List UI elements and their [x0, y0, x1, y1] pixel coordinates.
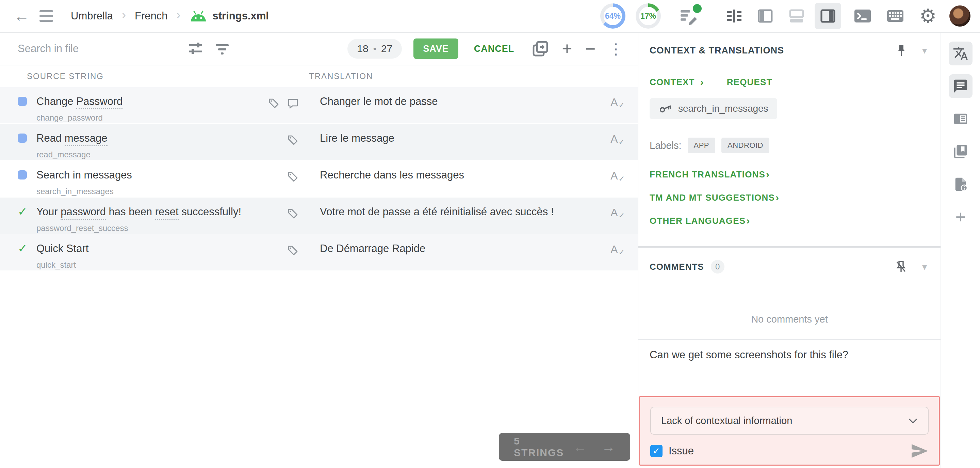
table-row-selected[interactable]: Search in messages search_in_messages Re… — [0, 161, 638, 198]
increase-font-button[interactable]: + — [560, 40, 574, 58]
section-tm-mt-suggestions[interactable]: TM AND MT SUGGESTIONS › — [649, 186, 929, 209]
approved-progress-ring[interactable]: 17% — [636, 3, 661, 29]
right-panel-view-button[interactable] — [815, 3, 841, 29]
spellcheck-icon[interactable]: A✓ — [605, 161, 638, 197]
spellcheck-icon[interactable]: A✓ — [605, 87, 638, 123]
status-translated-icon — [18, 170, 27, 179]
rail-translations-button[interactable] — [949, 42, 972, 65]
shortcuts-button[interactable] — [884, 5, 907, 27]
context-panel-title: CONTEXT & TRANSLATIONS — [649, 45, 784, 56]
more-options-button[interactable]: ⋮ — [606, 40, 625, 58]
decrease-font-button[interactable]: − — [583, 40, 598, 58]
rail-context-button[interactable] — [949, 107, 972, 131]
cancel-button[interactable]: CANCEL — [472, 43, 517, 54]
avatar[interactable] — [950, 5, 970, 27]
send-icon[interactable] — [910, 443, 929, 459]
source-text: successfully! — [179, 206, 241, 218]
source-cell: Your password has been reset successfull… — [0, 198, 257, 234]
chevron-right-icon: › — [177, 8, 181, 22]
counter-current: 18 — [357, 43, 368, 54]
row-icons — [257, 198, 299, 234]
comments-title: COMMENTS — [649, 262, 704, 272]
translation-column-header: TRANSLATION — [282, 72, 373, 81]
spellcheck-icon[interactable]: A✓ — [605, 198, 638, 234]
comment-input[interactable]: Can we get some screenshots for this fil… — [649, 349, 929, 369]
context-link[interactable]: CONTEXT — [649, 77, 695, 88]
left-panel-view-button[interactable] — [752, 3, 778, 29]
breadcrumb: Umbrella › French › strings.xml — [71, 10, 269, 22]
settings-button[interactable]: ⚙ — [917, 5, 939, 27]
issue-controls: ✓ Issue — [650, 443, 929, 459]
counter-total: 27 — [381, 43, 392, 54]
rail-file-context-button[interactable] — [949, 173, 972, 196]
source-term: password — [60, 206, 106, 220]
chevron-right-icon: › — [766, 169, 769, 180]
chevron-down-icon[interactable]: ▾ — [922, 45, 927, 56]
left-panel-view-icon — [757, 8, 774, 24]
select-chevron-icon — [908, 418, 918, 424]
table-row[interactable]: Read message read_message Lire le messag… — [0, 124, 638, 161]
filter-strings-button[interactable] — [212, 38, 233, 59]
next-page-arrow-icon[interactable]: → — [601, 439, 615, 455]
section-french-translations[interactable]: FRENCH TRANSLATIONS › — [649, 163, 929, 186]
source-term: message — [65, 132, 108, 146]
breadcrumb-file[interactable]: strings.xml — [189, 10, 269, 22]
search-input[interactable] — [17, 42, 178, 55]
comment-filled-icon — [953, 78, 969, 94]
request-context-link[interactable]: REQUEST — [727, 77, 772, 88]
table-row[interactable]: ✓ Your password has been reset successfu… — [0, 198, 638, 234]
row-icons — [257, 87, 299, 123]
filter-icon — [215, 41, 230, 56]
spellcheck-icon[interactable]: A✓ — [605, 124, 638, 160]
back-button[interactable]: ← — [10, 4, 34, 28]
unpin-icon[interactable] — [895, 260, 907, 273]
file-info-icon — [953, 176, 969, 192]
crowdin-editor: ← Umbrella › French › strings.xml 64% — [0, 0, 980, 468]
source-column-header: SOURCE STRING — [0, 72, 282, 81]
side-by-side-view-icon — [725, 8, 743, 24]
breadcrumb-project[interactable]: Umbrella — [71, 10, 113, 22]
side-by-side-view-button[interactable] — [721, 3, 747, 29]
bottom-panel-view-button[interactable] — [783, 3, 810, 29]
source-text: Change — [37, 95, 76, 107]
tune-icon — [188, 41, 204, 56]
console-button[interactable] — [851, 5, 874, 27]
strings-pager: 5 STRINGS ← → — [499, 433, 630, 461]
context-sidebar: CONTEXT & TRANSLATIONS ▾ CONTEXT › REQUE… — [638, 33, 940, 468]
approved-percent: 17% — [636, 3, 661, 29]
advanced-filter-button[interactable] — [185, 38, 206, 59]
main-menu-button[interactable] — [34, 4, 59, 28]
label-badge: ANDROID — [721, 137, 769, 153]
source-term: Password — [76, 95, 123, 109]
save-button[interactable]: SAVE — [414, 38, 458, 59]
activity-notes-button[interactable] — [679, 5, 701, 27]
copy-source-button[interactable] — [530, 38, 551, 59]
tag-icon — [286, 134, 299, 147]
checkbox-check-icon: ✓ — [653, 447, 660, 455]
rail-comments-button[interactable] — [949, 74, 972, 98]
string-identifier[interactable]: search_in_messages — [649, 98, 777, 119]
terminal-icon — [853, 8, 872, 24]
label-badge: APP — [688, 137, 716, 153]
table-row[interactable]: Change Password change_password Changer … — [0, 87, 638, 124]
issue-checkbox[interactable]: ✓ — [650, 445, 662, 457]
status-approved-icon: ✓ — [18, 207, 27, 217]
translation-cell: Changer le mot de passe — [299, 87, 605, 123]
translation-cell: Recherche dans les messages — [299, 161, 605, 197]
spellcheck-icon[interactable]: A✓ — [605, 234, 638, 270]
rail-add-panel-button[interactable]: + — [949, 205, 972, 229]
string-key: change_password — [37, 113, 257, 123]
previous-page-arrow-icon[interactable]: ← — [573, 439, 587, 455]
section-other-languages[interactable]: OTHER LANGUAGES › — [649, 209, 929, 232]
rail-glossary-button[interactable] — [949, 140, 972, 163]
issue-checkbox-label: Issue — [669, 445, 694, 457]
pin-icon[interactable] — [896, 43, 907, 57]
chevron-down-icon[interactable]: ▾ — [922, 261, 927, 273]
breadcrumb-language[interactable]: French — [135, 10, 167, 22]
translated-progress-ring[interactable]: 64% — [600, 3, 625, 29]
source-text: has been — [106, 206, 155, 218]
issue-type-select[interactable]: Lack of contextual information — [650, 407, 929, 434]
source-cell: Search in messages search_in_messages — [0, 161, 257, 197]
translation-cell: Lire le message — [299, 124, 605, 160]
table-row[interactable]: ✓ Quick Start quick_start De Démarrage R… — [0, 234, 638, 271]
